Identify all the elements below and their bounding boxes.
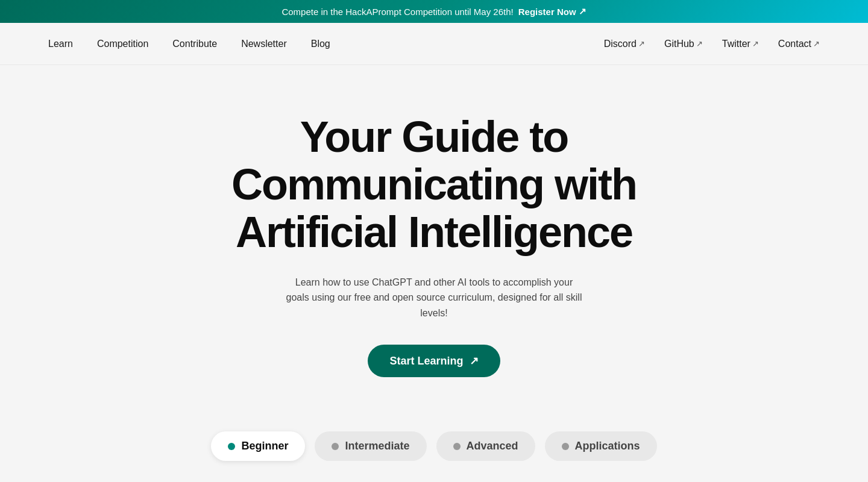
discord-external-icon: ↗ xyxy=(638,39,645,48)
register-now-label: Register Now xyxy=(518,7,576,17)
hero-section: Your Guide to Communicating with Artific… xyxy=(0,65,868,401)
tab-intermediate[interactable]: Intermediate xyxy=(315,431,426,461)
twitter-external-icon: ↗ xyxy=(752,39,759,48)
nav-competition[interactable]: Competition xyxy=(97,39,148,49)
intermediate-label: Intermediate xyxy=(345,440,409,452)
register-now-link[interactable]: Register Now ↗ xyxy=(518,6,587,17)
banner-text: Compete in the HackAPrompt Competition u… xyxy=(281,7,513,17)
nav-discord[interactable]: Discord ↗ xyxy=(604,39,645,49)
nav-contact[interactable]: Contact ↗ xyxy=(778,39,820,49)
main-nav: Learn Competition Contribute Newsletter … xyxy=(0,23,868,65)
nav-newsletter[interactable]: Newsletter xyxy=(241,39,287,49)
level-tabs: Beginner Intermediate Advanced Applicati… xyxy=(0,401,868,479)
applications-label: Applications xyxy=(575,440,640,452)
beginner-dot-icon xyxy=(228,443,235,450)
contact-external-icon: ↗ xyxy=(813,39,820,48)
applications-dot-icon xyxy=(562,443,569,450)
top-banner: Compete in the HackAPrompt Competition u… xyxy=(0,0,868,23)
tab-beginner[interactable]: Beginner xyxy=(211,431,305,461)
hero-title: Your Guide to Communicating with Artific… xyxy=(163,113,705,257)
intermediate-dot-icon xyxy=(332,443,339,450)
nav-left: Learn Competition Contribute Newsletter … xyxy=(48,39,330,49)
hero-subtitle: Learn how to use ChatGPT and other AI to… xyxy=(283,275,585,321)
nav-github[interactable]: GitHub ↗ xyxy=(664,39,703,49)
nav-learn[interactable]: Learn xyxy=(48,39,73,49)
github-external-icon: ↗ xyxy=(696,39,703,48)
start-learning-label: Start Learning xyxy=(389,355,463,368)
nav-right: Discord ↗ GitHub ↗ Twitter ↗ Contact ↗ xyxy=(604,39,820,49)
nav-blog[interactable]: Blog xyxy=(311,39,330,49)
start-learning-arrow-icon: ↗ xyxy=(470,354,479,368)
tab-applications[interactable]: Applications xyxy=(545,431,657,461)
advanced-label: Advanced xyxy=(467,440,518,452)
nav-twitter[interactable]: Twitter ↗ xyxy=(722,39,759,49)
register-now-icon: ↗ xyxy=(579,6,587,17)
beginner-label: Beginner xyxy=(241,440,288,452)
tab-advanced[interactable]: Advanced xyxy=(436,431,535,461)
nav-contribute[interactable]: Contribute xyxy=(172,39,217,49)
advanced-dot-icon xyxy=(453,443,461,450)
start-learning-button[interactable]: Start Learning ↗ xyxy=(368,345,500,377)
